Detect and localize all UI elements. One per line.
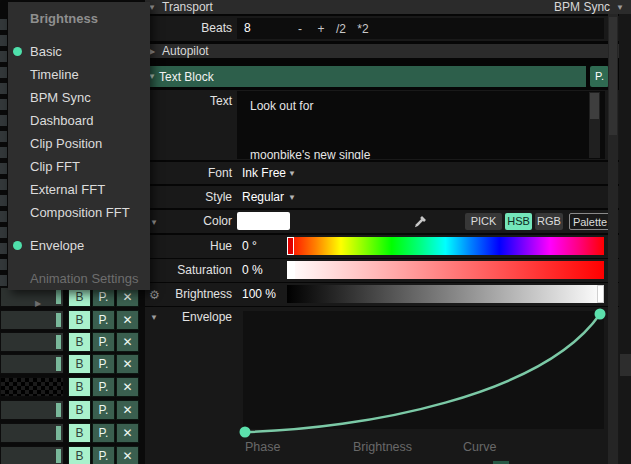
brightness-slider[interactable] bbox=[287, 285, 604, 303]
menu-item-composition-fft[interactable]: Composition FFT bbox=[8, 201, 150, 224]
hue-label: Hue bbox=[145, 235, 232, 258]
beats-value-field[interactable]: 8 - + /2 *2 bbox=[237, 18, 604, 39]
background-row-strip bbox=[0, 211, 7, 222]
beat-snap-button[interactable]: B bbox=[68, 354, 91, 374]
beat-snap-button[interactable]: B bbox=[68, 287, 91, 307]
param-clear-button[interactable]: ✕ bbox=[116, 400, 139, 420]
text-block-header[interactable]: ▼ Text Block bbox=[145, 66, 586, 87]
param-value-slider[interactable] bbox=[0, 423, 64, 443]
param-animation-button[interactable]: P. bbox=[92, 287, 115, 307]
param-clear-button[interactable]: ✕ bbox=[116, 377, 139, 397]
background-row-strip bbox=[0, 51, 7, 62]
context-menu: Brightness Basic Timeline BPM Sync Dashb… bbox=[8, 2, 150, 290]
menu-item-clip-fft[interactable]: Clip FFT bbox=[8, 155, 150, 178]
text-block-param-badge[interactable]: P. bbox=[590, 66, 609, 87]
saturation-slider[interactable] bbox=[287, 261, 604, 279]
param-clear-button[interactable]: ✕ bbox=[116, 423, 139, 443]
hue-row: Hue 0 ° bbox=[145, 235, 631, 258]
param-animation-button[interactable]: P. bbox=[92, 377, 115, 397]
saturation-slider-handle[interactable] bbox=[288, 261, 295, 279]
param-slider-handle[interactable] bbox=[56, 313, 61, 327]
menu-item-label: External FFT bbox=[30, 182, 105, 197]
beats-half-button[interactable]: /2 bbox=[331, 18, 351, 39]
beats-label: Beats bbox=[145, 16, 232, 41]
param-clear-button[interactable]: ✕ bbox=[116, 310, 139, 330]
color-mode-hsb-button[interactable]: HSB bbox=[505, 213, 532, 230]
param-slider-handle[interactable] bbox=[56, 449, 61, 463]
transport-sync-dropdown[interactable]: BPM Sync ▼ bbox=[554, 0, 631, 14]
param-animation-button[interactable]: P. bbox=[92, 354, 115, 374]
param-animation-button[interactable]: P. bbox=[92, 310, 115, 330]
param-value-slider[interactable] bbox=[0, 332, 64, 352]
transport-header[interactable]: ▼ Transport BPM Sync ▼ bbox=[145, 0, 631, 14]
menu-item-timeline[interactable]: Timeline bbox=[8, 63, 150, 86]
envelope-point-start[interactable] bbox=[240, 427, 251, 438]
chevron-down-icon[interactable]: ▼ bbox=[288, 169, 296, 178]
beat-snap-button[interactable]: B bbox=[68, 446, 91, 464]
menu-item-label: BPM Sync bbox=[30, 90, 91, 105]
text-scrollbar[interactable] bbox=[589, 92, 600, 158]
menu-item-label: Animation Settings bbox=[30, 271, 138, 286]
menu-item-label: Dashboard bbox=[30, 113, 94, 128]
beat-snap-button[interactable]: B bbox=[68, 377, 91, 397]
beats-decrease-button[interactable]: - bbox=[292, 18, 308, 39]
app-window: B P. ✕ B P. ✕ B P. ✕ B P. ✕ B P. ✕ B P. … bbox=[0, 0, 631, 464]
autopilot-title: Autopilot bbox=[162, 44, 209, 58]
param-value-slider[interactable] bbox=[0, 400, 64, 420]
eyedropper-icon[interactable] bbox=[413, 214, 428, 232]
color-mode-palette-button[interactable]: Palette bbox=[569, 213, 611, 230]
param-animation-button[interactable]: P. bbox=[92, 400, 115, 420]
panel-scrollbar[interactable] bbox=[608, 14, 618, 464]
hue-slider-handle[interactable] bbox=[287, 237, 294, 255]
menu-item-external-fft[interactable]: External FFT bbox=[8, 178, 150, 201]
param-animation-button[interactable]: P. bbox=[92, 446, 115, 464]
font-value[interactable]: Ink Free bbox=[242, 162, 286, 184]
selected-dot-icon bbox=[13, 47, 22, 56]
menu-item-basic[interactable]: Basic bbox=[8, 40, 150, 63]
background-row-strip bbox=[0, 35, 7, 46]
param-animation-button[interactable]: P. bbox=[92, 423, 115, 443]
autopilot-header[interactable]: ▶ Autopilot bbox=[145, 44, 631, 58]
param-clear-button[interactable]: ✕ bbox=[116, 446, 139, 464]
beats-row: Beats 8 - + /2 *2 bbox=[145, 16, 631, 41]
color-mode-rgb-button[interactable]: RGB bbox=[535, 213, 563, 230]
envelope-curve[interactable] bbox=[241, 308, 606, 438]
menu-item-clip-position[interactable]: Clip Position bbox=[8, 132, 150, 155]
text-input-area[interactable]: Look out for moonbike's new single bbox=[237, 91, 605, 159]
brightness-slider-handle[interactable] bbox=[597, 285, 604, 303]
text-label: Text bbox=[145, 94, 232, 108]
menu-item-label: Basic bbox=[30, 44, 62, 59]
beat-snap-button[interactable]: B bbox=[68, 423, 91, 443]
param-clear-button[interactable]: ✕ bbox=[116, 354, 139, 374]
envelope-point-end[interactable] bbox=[595, 309, 606, 320]
color-mode-pick-button[interactable]: PICK bbox=[465, 213, 502, 230]
param-value-slider[interactable] bbox=[0, 446, 64, 464]
chevron-down-icon[interactable]: ▼ bbox=[288, 193, 296, 202]
context-menu-title: Brightness bbox=[8, 2, 150, 40]
param-slider-handle[interactable] bbox=[56, 290, 61, 304]
hue-slider[interactable] bbox=[287, 237, 604, 255]
style-value[interactable]: Regular bbox=[242, 186, 284, 208]
color-swatch[interactable] bbox=[237, 212, 290, 230]
beat-snap-button[interactable]: B bbox=[68, 400, 91, 420]
param-clear-button[interactable]: ✕ bbox=[116, 332, 139, 352]
menu-item-bpm-sync[interactable]: BPM Sync bbox=[8, 86, 150, 109]
beat-snap-button[interactable]: B bbox=[68, 332, 91, 352]
beats-increase-button[interactable]: + bbox=[313, 18, 329, 39]
param-animation-button[interactable]: P. bbox=[92, 332, 115, 352]
beat-snap-button[interactable]: B bbox=[68, 310, 91, 330]
param-value-slider[interactable] bbox=[0, 377, 64, 397]
param-value-slider[interactable] bbox=[0, 354, 64, 374]
properties-panel: ▼ Transport BPM Sync ▼ Beats 8 - + /2 *2… bbox=[145, 0, 631, 464]
param-slider-handle[interactable] bbox=[56, 403, 61, 417]
param-clear-button[interactable]: ✕ bbox=[116, 287, 139, 307]
background-row-strip bbox=[0, 115, 7, 126]
beats-double-button[interactable]: *2 bbox=[353, 18, 373, 39]
text-scrollbar-thumb[interactable] bbox=[590, 93, 599, 119]
param-slider-handle[interactable] bbox=[56, 357, 61, 371]
menu-item-envelope[interactable]: Envelope bbox=[8, 234, 150, 257]
panel-scrollbar-thumb[interactable] bbox=[609, 17, 617, 135]
menu-item-dashboard[interactable]: Dashboard bbox=[8, 109, 150, 132]
param-slider-handle[interactable] bbox=[56, 426, 61, 440]
param-slider-handle[interactable] bbox=[56, 335, 61, 349]
